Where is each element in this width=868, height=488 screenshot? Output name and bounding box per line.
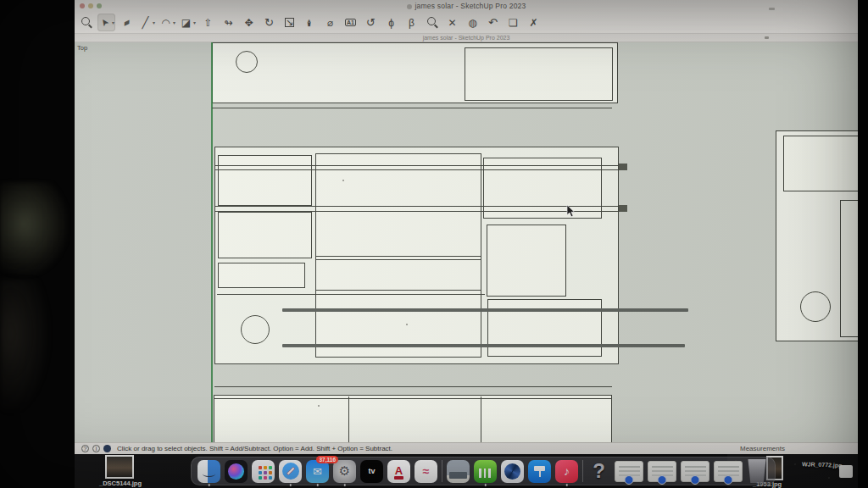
edge[interactable]	[315, 259, 481, 260]
keynote-app[interactable]	[528, 460, 551, 483]
screen-speck	[318, 405, 320, 407]
photo-of-laptop-screen: james solar - SketchUp Pro 2023 ▾▾▾▾ jam…	[0, 0, 868, 488]
text-tool-icon	[344, 16, 357, 29]
launchpad-app[interactable]	[252, 460, 275, 483]
face[interactable]	[465, 47, 613, 101]
photos-thumbnail[interactable]	[447, 460, 470, 483]
dock-separator	[582, 460, 583, 482]
edge-end-cap[interactable]	[619, 164, 627, 170]
chevron-down-icon[interactable]: ▾	[153, 19, 155, 25]
face[interactable]	[218, 212, 312, 258]
photo-background-right	[858, 0, 868, 488]
trash[interactable]	[747, 459, 767, 483]
edge[interactable]	[214, 165, 619, 166]
zoom-window-tool[interactable]	[464, 14, 481, 31]
model-circle[interactable]	[800, 291, 831, 322]
model-circle[interactable]	[241, 315, 270, 344]
minimized-window-1[interactable]	[615, 461, 643, 482]
safari-app[interactable]	[279, 460, 302, 483]
face[interactable]	[487, 225, 566, 297]
edge[interactable]	[214, 169, 619, 170]
edge[interactable]	[214, 386, 612, 387]
system-settings-app[interactable]	[333, 460, 356, 483]
info-icon[interactable]: i	[92, 445, 100, 452]
zoom-extents-tool[interactable]	[443, 14, 461, 31]
finder-app[interactable]	[198, 460, 220, 483]
freeform-app[interactable]	[415, 460, 437, 483]
autocad-app-label: A	[395, 467, 403, 475]
unknown-app[interactable]: ?	[587, 460, 610, 483]
chevron-down-icon[interactable]: ▾	[112, 19, 114, 25]
rotate-tool[interactable]	[260, 14, 278, 31]
xray-tool[interactable]	[525, 14, 542, 31]
edge[interactable]	[481, 396, 481, 442]
minimized-window-3[interactable]	[681, 461, 709, 482]
running-indicator-dot	[484, 484, 487, 486]
minimized-window-2[interactable]	[648, 461, 676, 482]
chevron-down-icon[interactable]: ▾	[173, 19, 175, 25]
rail-bar[interactable]	[282, 344, 685, 347]
minimized-window-4[interactable]	[714, 461, 743, 482]
chart-app[interactable]	[474, 460, 497, 483]
edge[interactable]	[217, 294, 485, 295]
follow-me-tool[interactable]	[220, 14, 237, 31]
rail-bar[interactable]	[282, 308, 688, 312]
view-name-label: Top	[77, 44, 87, 52]
edge[interactable]	[214, 398, 612, 399]
edge[interactable]	[315, 256, 481, 257]
orbit-tool[interactable]	[362, 14, 380, 31]
desktop-file-label[interactable]: WJR_0772.jpg	[802, 461, 843, 469]
autocad-app[interactable]: A	[387, 460, 410, 483]
shape-tool[interactable]: ▾	[179, 14, 197, 31]
siri-app[interactable]	[225, 460, 248, 483]
apple-tv-app-label: tv	[368, 467, 375, 475]
swirl-3d-app[interactable]	[501, 460, 524, 483]
select-tool[interactable]: ▾	[97, 14, 115, 31]
apple-tv-app[interactable]: tv	[360, 460, 383, 483]
search-tool[interactable]	[77, 14, 95, 31]
face[interactable]	[783, 136, 858, 191]
measurements-label[interactable]: Measurements	[740, 443, 785, 455]
help-icon[interactable]: ?	[81, 445, 89, 452]
face[interactable]	[218, 155, 312, 206]
window-title: james solar - SketchUp Pro 2023	[75, 2, 858, 10]
paint-bucket-tool[interactable]	[301, 14, 319, 31]
shadows-tool[interactable]	[504, 14, 522, 31]
edge[interactable]	[212, 108, 612, 108]
model-viewport[interactable]: Top	[75, 42, 858, 442]
desktop-file-label[interactable]: _DSC5144.jpg	[86, 480, 154, 487]
face[interactable]	[214, 395, 612, 442]
edge[interactable]	[214, 211, 619, 212]
music-app[interactable]	[555, 460, 578, 483]
pan-tool[interactable]	[382, 14, 400, 31]
desktop-file-thumbnail[interactable]	[105, 455, 134, 479]
document-titlebar: james solar - SketchUp Pro 2023	[75, 34, 858, 42]
push-pull-tool[interactable]	[199, 14, 217, 31]
move-tool[interactable]	[240, 14, 258, 31]
scale-tool[interactable]	[281, 14, 298, 31]
walk-tool[interactable]	[403, 14, 420, 31]
previous-view-tool[interactable]	[484, 14, 502, 31]
document-title: james solar - SketchUp Pro 2023	[423, 35, 510, 41]
arc-tool[interactable]: ▾	[159, 14, 176, 31]
face[interactable]	[840, 200, 858, 337]
scale-tool-icon	[283, 16, 296, 29]
move-tool-icon	[242, 16, 255, 29]
mail-app[interactable]: 37,116	[306, 460, 329, 483]
eraser-tool[interactable]	[118, 14, 136, 31]
mouse-cursor-icon	[566, 205, 576, 218]
tape-measure-tool[interactable]	[321, 14, 339, 31]
screen-speck	[342, 180, 344, 181]
edge-end-cap[interactable]	[619, 205, 627, 212]
edge[interactable]	[315, 290, 481, 291]
edge[interactable]	[348, 396, 349, 442]
edge[interactable]	[214, 206, 619, 207]
text-tool[interactable]	[342, 14, 359, 31]
rotate-tool-icon	[263, 16, 275, 29]
line-tool[interactable]: ▾	[138, 14, 156, 31]
zoom-tool[interactable]	[423, 14, 441, 31]
face[interactable]	[483, 158, 602, 219]
model-circle[interactable]	[236, 51, 258, 73]
face[interactable]	[218, 263, 305, 288]
chevron-down-icon[interactable]: ▾	[193, 19, 196, 25]
